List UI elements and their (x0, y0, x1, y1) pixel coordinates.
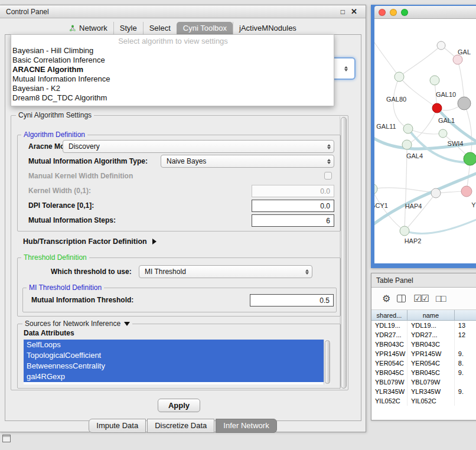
dpi-tolerance-field[interactable]: 0.0 (252, 200, 334, 212)
network-node[interactable] (439, 129, 447, 138)
table-row[interactable]: YBL079WYBL079W (371, 377, 476, 387)
which-threshold-combobox[interactable]: MI Threshold (139, 265, 312, 278)
network-node[interactable] (400, 226, 409, 236)
table-row[interactable]: YDR27...YDR27...12 (371, 330, 476, 340)
control-panel-titlebar[interactable]: Control Panel □ ✕ (0, 5, 366, 18)
table-cell: YIL052C (407, 396, 455, 406)
network-node[interactable] (458, 97, 471, 110)
network-edge[interactable] (393, 77, 408, 129)
network-node[interactable] (437, 41, 445, 50)
close-icon[interactable]: ✕ (351, 8, 357, 15)
tab-style[interactable]: Style (113, 22, 143, 35)
scrollbar-thumb[interactable] (341, 117, 347, 389)
network-edge[interactable] (408, 129, 443, 134)
network-edge[interactable] (399, 45, 441, 77)
table-row[interactable]: YBR043CYBR043C (371, 340, 476, 349)
algorithm-placeholder: Select algorithm to view settings (11, 37, 334, 46)
table-panel-titlebar[interactable]: Table Panel (371, 273, 476, 288)
deselect-all-icon[interactable]: □□ (436, 294, 445, 304)
table-row[interactable]: YPR145WYPR145W9. (371, 349, 476, 358)
table-row[interactable]: YIL052CYIL052C (371, 396, 476, 406)
table-row[interactable]: YDL19...YDL19...13 (371, 321, 476, 330)
network-canvas[interactable]: GAL80GAL10GAL11GAL1SWI4GAL4GCY1HAP4HAP2G… (374, 19, 476, 263)
network-edge[interactable] (374, 189, 405, 231)
algorithm-combobox[interactable] (331, 57, 356, 80)
data-attribute-item[interactable]: BetweennessCentrality (24, 361, 324, 371)
window-title: Control Panel (6, 8, 49, 16)
collapse-triangle-icon[interactable] (124, 322, 130, 326)
select-all-icon[interactable]: ☑☑ (413, 294, 428, 304)
network-edge[interactable] (405, 214, 476, 233)
tab-label: Network (79, 24, 107, 32)
network-window-titlebar[interactable] (374, 6, 476, 19)
zoom-icon[interactable] (401, 9, 408, 16)
network-node[interactable] (430, 76, 439, 85)
table-row[interactable]: YER054CYER054C8. (371, 358, 476, 368)
minimize-icon[interactable] (390, 9, 397, 16)
column-header[interactable] (455, 310, 476, 320)
apply-button[interactable]: Apply (158, 399, 200, 412)
table-row[interactable]: YLR345WYLR345W9. (371, 387, 476, 396)
hub-tf-definition-toggle[interactable]: Hub/Transcription Factor Definition (23, 237, 157, 246)
network-graph[interactable]: GAL80GAL10GAL11GAL1SWI4GAL4GCY1HAP4HAP2G… (374, 19, 476, 263)
kernel-width-field[interactable]: 0.0 (252, 185, 334, 197)
network-node[interactable] (453, 55, 462, 64)
sources-toggle[interactable]: Sources for Network Inference (22, 319, 132, 328)
node-label: GAL11 (376, 123, 396, 130)
data-attribute-item[interactable]: TopologicalCoefficient (24, 350, 324, 361)
aracne-mode-combobox[interactable]: Discovery (63, 140, 334, 153)
table-cell: YER054C (371, 358, 407, 368)
close-icon[interactable] (379, 9, 386, 16)
algorithm-option[interactable]: Bayesian - K2 (11, 84, 334, 93)
network-node[interactable] (403, 124, 413, 133)
network-edge[interactable] (464, 103, 472, 159)
gear-icon[interactable]: ⚙ (382, 294, 389, 304)
network-node[interactable] (461, 186, 472, 197)
expand-triangle-icon[interactable] (152, 239, 157, 244)
network-edge[interactable] (374, 43, 399, 77)
algorithm-option[interactable]: Basic Correlation Inference (11, 56, 334, 65)
column-header[interactable]: name (407, 310, 455, 320)
table-row[interactable]: YBR045CYBR045C9. (371, 368, 476, 377)
node-label: GAL1 (438, 117, 455, 124)
restore-panel-icon[interactable] (2, 435, 11, 442)
mi-algorithm-type-label: Mutual Information Algorithm Type: (28, 155, 148, 168)
algorithm-option[interactable]: Bayesian - Hill Climbing (11, 46, 334, 56)
mi-threshold-label: Mutual Information Threshold: (31, 294, 133, 306)
network-node[interactable] (395, 72, 404, 81)
mi-steps-field[interactable]: 6 (252, 214, 334, 227)
mi-algorithm-type-combobox[interactable]: Naive Bayes (161, 155, 334, 168)
float-window-icon[interactable]: □ (341, 8, 345, 15)
manual-kernel-width-checkbox[interactable] (324, 172, 332, 180)
table-cell: 9. (455, 387, 476, 396)
tab-cyni-toolbox[interactable]: Cyni Toolbox (177, 22, 233, 35)
network-node[interactable] (432, 103, 442, 113)
network-node[interactable] (431, 188, 441, 198)
tab-jactivemnodules[interactable]: jActiveMNodules (233, 22, 302, 35)
columns-icon[interactable] (397, 295, 406, 302)
node-label: GAL10 (436, 91, 456, 98)
network-node[interactable] (402, 140, 412, 149)
scrollbar-thumb[interactable] (325, 340, 330, 384)
mi-threshold-field[interactable]: 0.5 (250, 294, 334, 306)
network-edge[interactable] (374, 188, 436, 193)
column-header[interactable]: shared... (371, 310, 407, 320)
data-attribute-item[interactable]: gal4RGexp (24, 371, 324, 382)
algorithm-option[interactable]: Mutual Information Inference (11, 74, 334, 84)
node-label: GCY1 (374, 202, 388, 209)
algorithm-option[interactable]: Dream8 DC_TDC Algorithm (11, 93, 334, 103)
network-node[interactable] (374, 184, 377, 194)
bottom-tab-impute-data[interactable]: Impute Data (89, 419, 146, 433)
table-cell: 13 (455, 321, 476, 330)
algorithm-option[interactable]: ARACNE Algorithm (11, 65, 334, 74)
tab-network[interactable]: Network (63, 22, 113, 35)
data-attribute-item[interactable]: SelfLoops (24, 340, 324, 350)
bottom-tab-infer-network[interactable]: Infer Network (216, 419, 276, 433)
list-scrollbar[interactable] (324, 340, 331, 384)
bottom-tab-discretize-data[interactable]: Discretize Data (147, 419, 214, 433)
table-cell: YPR145W (407, 349, 455, 358)
network-node[interactable] (464, 152, 476, 165)
tab-select[interactable]: Select (143, 22, 177, 35)
threshold-definition-title: Threshold Definition (21, 253, 89, 262)
node-label: SWI4 (448, 140, 464, 147)
